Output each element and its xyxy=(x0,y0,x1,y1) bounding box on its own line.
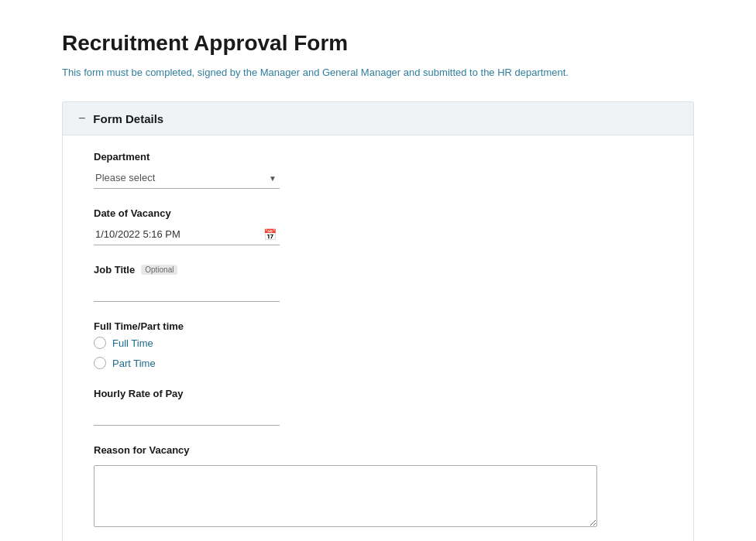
date-input[interactable] xyxy=(94,224,280,245)
hourly-rate-label: Hourly Rate of Pay xyxy=(94,388,662,399)
page-container: Recruitment Approval Form This form must… xyxy=(0,0,756,541)
job-title-label: Job Title Optional xyxy=(94,264,662,276)
hourly-rate-input[interactable] xyxy=(94,404,280,426)
page-subtitle: This form must be completed, signed by t… xyxy=(62,67,694,78)
department-select[interactable]: Please select xyxy=(94,167,280,189)
department-select-wrapper: Please select ▼ xyxy=(94,167,280,189)
calendar-icon[interactable]: 📅 xyxy=(263,228,277,241)
reason-for-vacancy-field: Reason for Vacancy xyxy=(94,444,662,529)
date-input-wrapper: 📅 xyxy=(94,224,280,245)
form-section: − Form Details Department Please select … xyxy=(62,101,694,541)
department-label: Department xyxy=(94,151,662,163)
page-title: Recruitment Approval Form xyxy=(62,31,694,56)
radio-group: Full Time Part Time xyxy=(94,337,662,369)
employment-type-label: Full Time/Part time xyxy=(94,320,662,332)
hourly-rate-field: Hourly Rate of Pay xyxy=(94,388,662,426)
collapse-icon[interactable]: − xyxy=(78,111,85,125)
section-body: Department Please select ▼ Date of Vacan… xyxy=(63,135,693,541)
date-of-vacancy-field: Date of Vacancy 📅 xyxy=(94,207,662,245)
job-title-input[interactable] xyxy=(94,280,280,302)
part-time-label: Part Time xyxy=(112,358,156,369)
part-time-radio[interactable] xyxy=(94,357,106,369)
full-time-radio[interactable] xyxy=(94,337,106,349)
department-field: Department Please select ▼ xyxy=(94,151,662,189)
optional-badge: Optional xyxy=(141,265,177,275)
full-time-label: Full Time xyxy=(112,337,153,349)
full-time-option[interactable]: Full Time xyxy=(94,337,662,349)
date-of-vacancy-label: Date of Vacancy xyxy=(94,207,662,219)
section-header: − Form Details xyxy=(63,102,693,135)
job-title-field: Job Title Optional xyxy=(94,264,662,302)
reason-for-vacancy-textarea[interactable] xyxy=(94,465,597,527)
section-title: Form Details xyxy=(93,112,163,125)
employment-type-field: Full Time/Part time Full Time Part Time xyxy=(94,320,662,369)
part-time-option[interactable]: Part Time xyxy=(94,357,662,369)
reason-for-vacancy-label: Reason for Vacancy xyxy=(94,444,662,456)
